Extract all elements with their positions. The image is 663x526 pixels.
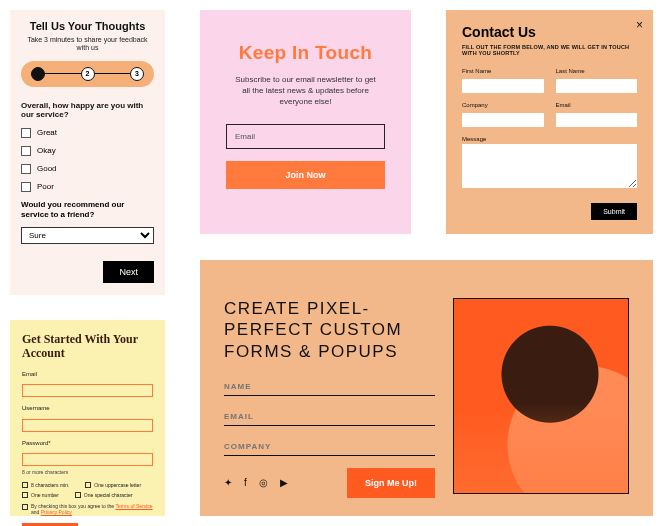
twitter-icon[interactable]: ✦ xyxy=(224,477,232,488)
submit-button[interactable]: Submit xyxy=(591,203,637,220)
acct-username-input[interactable] xyxy=(22,419,153,432)
contact-card: × Contact Us FILL OUT THE FORM BELOW, AN… xyxy=(446,10,653,234)
step-2[interactable]: 2 xyxy=(81,67,95,81)
option-great[interactable]: Great xyxy=(21,128,154,138)
option-good[interactable]: Good xyxy=(21,164,154,174)
message-input[interactable] xyxy=(462,144,637,188)
checkbox-icon[interactable] xyxy=(21,146,31,156)
message-label: Message xyxy=(462,136,637,142)
pixel-perfect-card: CREATE PIXEL-PERFECT CUSTOM FORMS & POPU… xyxy=(200,260,653,516)
acct-email-label: Email xyxy=(22,371,153,377)
tos-link[interactable]: Terms of Service xyxy=(115,503,152,509)
checkbox-icon xyxy=(85,482,91,488)
checkbox-icon xyxy=(22,492,28,498)
first-name-input[interactable] xyxy=(462,79,544,93)
step-1[interactable]: 1 xyxy=(31,67,45,81)
acct-email-input[interactable] xyxy=(22,384,153,397)
privacy-link[interactable]: Privacy Policy xyxy=(41,509,72,515)
last-name-input[interactable] xyxy=(556,79,638,93)
password-reqs: 8 characters min. One uppercase letter O… xyxy=(22,482,153,498)
youtube-icon[interactable]: ▶ xyxy=(280,477,288,488)
step-indicator: 1 2 3 xyxy=(21,61,154,87)
checkbox-icon[interactable] xyxy=(21,128,31,138)
tos-row: By checking this box you agree to the Te… xyxy=(22,503,153,515)
contact-subtitle: FILL OUT THE FORM BELOW, AND WE WILL GET… xyxy=(462,44,637,56)
survey-q2: Would you recommend our service to a fri… xyxy=(21,200,154,219)
email-label: Email xyxy=(556,102,638,108)
checkbox-icon[interactable] xyxy=(21,182,31,192)
acct-username-label: Username xyxy=(22,405,153,411)
company-label: Company xyxy=(462,102,544,108)
pp-headline: CREATE PIXEL-PERFECT CUSTOM FORMS & POPU… xyxy=(224,298,435,362)
checkbox-icon xyxy=(75,492,81,498)
company-input[interactable] xyxy=(462,113,544,127)
step-3[interactable]: 3 xyxy=(130,67,144,81)
social-row: ✦ f ◎ ▶ xyxy=(224,477,288,488)
recommend-select[interactable]: Sure xyxy=(21,227,154,244)
contact-title: Contact Us xyxy=(462,24,637,40)
next-button[interactable]: Next xyxy=(103,261,154,283)
checkbox-icon[interactable] xyxy=(21,164,31,174)
last-name-label: Last Name xyxy=(556,68,638,74)
survey-q1: Overall, how happy are you with our serv… xyxy=(21,101,154,120)
keep-in-touch-card: Keep In Touch Subscribe to our email new… xyxy=(200,10,411,234)
option-okay[interactable]: Okay xyxy=(21,146,154,156)
facebook-icon[interactable]: f xyxy=(244,477,247,488)
checkbox-icon xyxy=(22,482,28,488)
option-poor[interactable]: Poor xyxy=(21,182,154,192)
instagram-icon[interactable]: ◎ xyxy=(259,477,268,488)
acct-password-input[interactable] xyxy=(22,453,153,466)
sign-me-up-button[interactable]: Sign Me Up! xyxy=(347,468,435,498)
acct-password-label: Password* xyxy=(22,440,153,446)
survey-title: Tell Us Your Thoughts xyxy=(21,20,154,32)
pp-company-input[interactable] xyxy=(224,438,435,456)
tos-checkbox[interactable] xyxy=(22,504,28,510)
kit-title: Keep In Touch xyxy=(226,42,385,64)
account-title: Get Started With Your Account xyxy=(22,332,153,361)
first-name-label: First Name xyxy=(462,68,544,74)
survey-subtitle: Take 3 minutes to share your feedback wi… xyxy=(21,36,154,53)
hero-image xyxy=(453,298,629,494)
account-card: Get Started With Your Account Email User… xyxy=(10,320,165,516)
pp-name-input[interactable] xyxy=(224,378,435,396)
kit-email-input[interactable]: Email xyxy=(226,124,385,149)
pp-email-input[interactable] xyxy=(224,408,435,426)
survey-card: Tell Us Your Thoughts Take 3 minutes to … xyxy=(10,10,165,295)
join-now-button[interactable]: Join Now xyxy=(226,161,385,189)
email-input[interactable] xyxy=(556,113,638,127)
close-icon[interactable]: × xyxy=(636,18,643,32)
kit-body: Subscribe to our email newsletter to get… xyxy=(232,74,379,108)
password-hint: 8 or more characters xyxy=(22,469,153,475)
